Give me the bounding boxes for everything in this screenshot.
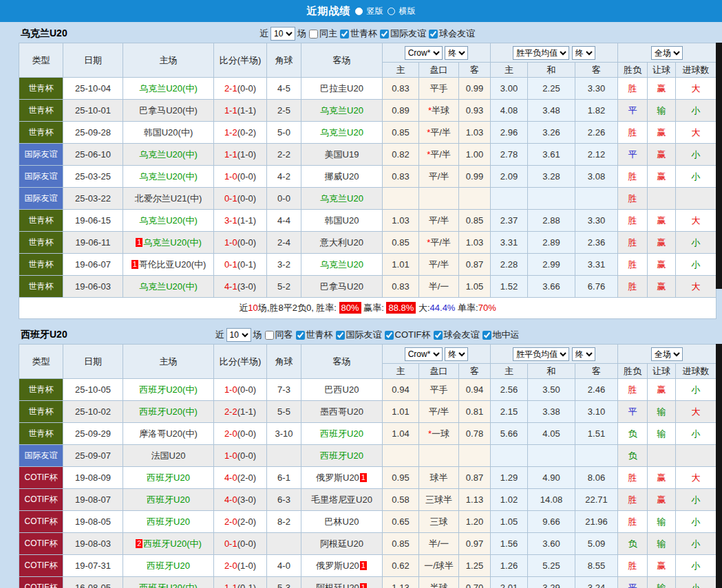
result-outcome: 平: [618, 401, 648, 423]
result-goals: 大: [676, 467, 716, 489]
avg-draw: 3.29: [528, 577, 575, 588]
league-filter[interactable]: 国际友谊: [335, 329, 382, 341]
match-date: 19-06-15: [63, 210, 123, 232]
result-outcome: 胜: [618, 210, 648, 232]
odds-away: 1.13: [459, 489, 491, 511]
same-venue-filter[interactable]: 同客: [264, 329, 293, 341]
league-filter[interactable]: 世青杯: [339, 28, 377, 40]
league-filter-label: 球会友谊: [444, 329, 480, 341]
match-count-select[interactable]: 10: [226, 328, 251, 342]
filter-prefix-label: 近: [259, 28, 268, 40]
league-filter[interactable]: 国际友谊: [379, 28, 426, 40]
odds-away: 1.20: [459, 511, 491, 533]
team-name: 西班牙U20: [147, 494, 190, 505]
layout-radio-horizontal[interactable]: [387, 8, 395, 15]
avg-win: 2.56: [491, 379, 528, 401]
odds-line: [419, 188, 459, 210]
score-cell: 1-1(1-0): [214, 144, 267, 166]
league-filter-checkbox[interactable]: [482, 331, 491, 340]
league-filter-checkbox[interactable]: [385, 331, 394, 340]
avg-time-select[interactable]: 终: [572, 46, 595, 60]
league-filter[interactable]: COTIF杯: [384, 329, 431, 341]
match-date: 25-09-29: [63, 423, 123, 445]
subcol-result: 胜负: [618, 63, 648, 78]
league-filter[interactable]: 球会友谊: [428, 28, 475, 40]
odds-time-select[interactable]: 终: [445, 347, 468, 361]
subcol-handicap: 让球: [648, 364, 676, 379]
match-row: 世青杯19-06-071哥伦比亚U20(中)0-1(0-1)3-2乌克兰U201…: [19, 254, 716, 276]
match-date: 25-03-25: [63, 166, 123, 188]
avg-draw: 4.05: [528, 423, 575, 445]
result-goals: 小: [676, 379, 716, 401]
odds-company-select[interactable]: Crow*: [405, 347, 443, 361]
result-handicap: 赢: [648, 254, 676, 276]
league-filter[interactable]: 世青杯: [295, 329, 333, 341]
same-venue-label[interactable]: 同主: [319, 28, 337, 40]
league-filter-checkbox[interactable]: [336, 331, 345, 340]
half-score: (1-0): [237, 560, 256, 571]
league-filter-checkbox[interactable]: [340, 30, 349, 39]
avg-draw: 2.99: [528, 254, 575, 276]
filter-bar: 西班牙U20 近 10 场 同客 世青杯国际友谊COTIF杯球会友谊地中运: [19, 326, 716, 344]
league-filter-checkbox[interactable]: [296, 331, 305, 340]
subcol-avg-win: 主: [491, 364, 528, 379]
result-handicap: 输: [648, 401, 676, 423]
layout-radio-vertical-label[interactable]: 竖版: [367, 6, 383, 17]
avg-type-select[interactable]: 胜平负均值: [513, 46, 569, 60]
subcol-odds-away: 客: [459, 364, 491, 379]
league-filter-label: 国际友谊: [390, 28, 426, 40]
avg-lose: 3.10: [575, 401, 618, 423]
result-handicap: 赢: [648, 276, 676, 298]
red-card-badge: 1: [131, 260, 138, 269]
summary-part: 44.4%: [430, 303, 456, 313]
match-date: 19-06-11: [63, 232, 123, 254]
match-row: 国际友谊25-03-22北爱尔兰U21(中)0-1(0-0)0-0乌克兰U20胜: [19, 188, 716, 210]
avg-time-select[interactable]: 终: [572, 347, 595, 361]
league-filter-label: 国际友谊: [346, 329, 382, 341]
same-venue-checkbox[interactable]: [309, 30, 318, 39]
subcol-odds-home: 主: [383, 63, 419, 78]
league-badge: COTIF杯: [19, 555, 63, 577]
avg-win: 1.29: [491, 467, 528, 489]
same-venue-checkbox[interactable]: [265, 331, 274, 340]
home-team: 西班牙U20(中): [123, 577, 214, 588]
odds-time-select[interactable]: 终: [445, 46, 468, 60]
summary-row: 近10场,胜8平2负0, 胜率: 80% 赢率: 88.8% 大:44.4% 单…: [19, 298, 716, 319]
odds-home: 1.13: [383, 577, 419, 588]
league-filter-checkbox[interactable]: [434, 331, 443, 340]
same-venue-filter[interactable]: 同主: [308, 28, 337, 40]
corner-score: 5-0: [267, 122, 301, 144]
same-venue-label[interactable]: 同客: [275, 329, 293, 341]
league-badge: COTIF杯: [19, 489, 63, 511]
league-filter[interactable]: 地中运: [482, 329, 520, 341]
corner-score: 7-3: [267, 379, 301, 401]
result-outcome: 胜: [618, 276, 648, 298]
result-outcome: 胜: [618, 122, 648, 144]
team-name: 俄罗斯U20: [316, 560, 359, 571]
scope-select[interactable]: 全场: [651, 347, 683, 361]
avg-lose: 1.82: [575, 100, 618, 122]
result-goals: 小: [676, 254, 716, 276]
half-score: (1-1): [237, 105, 256, 116]
layout-radio-horizontal-label[interactable]: 横版: [399, 6, 416, 17]
match-date: 19-08-05: [63, 511, 123, 533]
layout-radio-vertical[interactable]: [355, 8, 363, 15]
scope-select[interactable]: 全场: [651, 46, 683, 60]
result-goals: 小: [676, 511, 716, 533]
odds-company-select[interactable]: Crow*: [405, 46, 443, 60]
away-team: 毛里塔尼亚U20: [301, 489, 383, 511]
away-team: 俄罗斯U201: [301, 467, 383, 489]
away-team: 巴拿马U20: [301, 276, 383, 298]
avg-type-select[interactable]: 胜平负均值: [513, 347, 569, 361]
home-team: 2西班牙U20(中): [123, 533, 214, 555]
match-count-select[interactable]: 10: [270, 27, 295, 41]
odds-home: [383, 188, 419, 210]
league-filter-checkbox[interactable]: [429, 30, 438, 39]
league-filter-checkbox[interactable]: [380, 30, 389, 39]
odds-line: *平/半: [419, 144, 459, 166]
league-filter-label: 地中运: [493, 329, 520, 341]
score-cell: 2-0(1-0): [214, 555, 267, 577]
team-name: 西班牙U20: [147, 516, 190, 527]
league-filter[interactable]: 球会友谊: [433, 329, 480, 341]
league-badge: 世青杯: [19, 254, 63, 276]
